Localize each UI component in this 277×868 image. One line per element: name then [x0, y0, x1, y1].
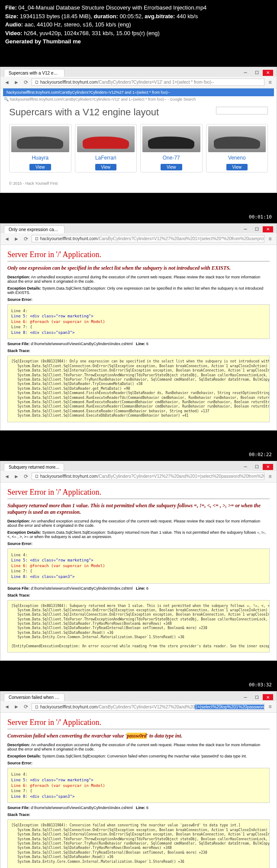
forward-icon[interactable]: ►	[13, 703, 20, 711]
source-code: Line 4: Line 5: <div class="row marketin…	[7, 768, 270, 803]
close-icon[interactable]: ✕	[263, 70, 273, 76]
car-grid: Huayra View LaFerrari View One-77 View V…	[9, 124, 268, 173]
car-image	[77, 126, 135, 152]
search-suggestion[interactable]: 🔍 hackyourselffirst.troyhunt.com/CarsByC…	[0, 96, 277, 102]
car-card: Veneno View	[206, 124, 268, 173]
maximize-icon[interactable]: ☐	[251, 70, 262, 76]
car-card: LaFerrari View	[75, 124, 137, 173]
back-icon[interactable]: ◄	[3, 78, 11, 86]
window-controls: ─ ☐ ✕	[240, 70, 273, 76]
car-card: One-77 View	[140, 124, 203, 173]
view-button[interactable]: View	[29, 164, 51, 170]
video-metadata: File: 04_04-Manual Database Structure Di…	[0, 0, 277, 49]
url-input[interactable]: 🗋 hackyourselffirst.troyhunt.com/CarsByC…	[32, 473, 264, 480]
car-card: Huayra View	[9, 124, 71, 173]
url-input[interactable]: 🗋 hackyourselffirst.troyhunt.com/CarsByC…	[32, 78, 264, 86]
stack-trace: [SqlException (0x80131904): Subquery ret…	[7, 600, 270, 653]
source-code: Line 4: Line 5: <div class="row marketin…	[7, 304, 270, 339]
browser-frame-2: Only one expression can... ─☐✕ ◄►⟳ 🗋 hac…	[0, 223, 277, 431]
minimize-icon[interactable]: ─	[240, 464, 251, 470]
reload-icon[interactable]: ⟳	[22, 473, 30, 480]
error-subtitle: Conversion failed when converting the nv…	[7, 733, 270, 739]
car-name: One-77	[142, 155, 200, 161]
url-suggestion[interactable]: hackyourselffirst.troyhunt.com/CarsByCyl…	[3, 88, 274, 96]
browser-frame-3: Subquery returned more... ─☐✕ ◄►⟳ 🗋 hack…	[0, 461, 277, 661]
minimize-icon[interactable]: ─	[240, 226, 251, 232]
browser-frame-4: Conversion failed when c... ─☐✕ ◄►⟳ 🗋 ha…	[0, 691, 277, 868]
timestamp: 00:03:32	[249, 682, 272, 688]
error-title: Server Error in '/' Application.	[7, 718, 270, 729]
browser-tab[interactable]: Only one expression can...	[4, 225, 64, 233]
back-icon[interactable]: ◄	[3, 703, 11, 711]
error-page: Server Error in '/' Application. Subquer…	[0, 483, 277, 661]
tab-bar: Supercars with a V12 eng... ─ ☐ ✕	[0, 67, 277, 77]
page-footer: © 2015 - Hack Yourself First	[9, 181, 268, 186]
browser-tab[interactable]: Supercars with a V12 eng...	[4, 69, 64, 77]
minimize-icon[interactable]: ─	[240, 694, 251, 700]
reload-icon[interactable]: ⟳	[22, 703, 30, 711]
car-name: Huayra	[11, 155, 69, 161]
car-image	[208, 126, 266, 152]
car-name: LaFerrari	[77, 155, 135, 161]
view-button[interactable]: View	[226, 164, 248, 170]
maximize-icon[interactable]: ☐	[251, 226, 262, 232]
url-input[interactable]: 🗋 hackyourselffirst.troyhunt.com/CarsByC…	[32, 703, 264, 711]
address-bar: ◄ ► ⟳ 🗋 hackyourselffirst.troyhunt.com/C…	[0, 77, 277, 88]
browser-tab[interactable]: Subquery returned more...	[4, 463, 64, 471]
forward-icon[interactable]: ►	[13, 473, 20, 480]
maximize-icon[interactable]: ☐	[251, 694, 262, 700]
source-code: Line 4: Line 5: <div class="row marketin…	[7, 548, 270, 584]
browser-tab[interactable]: Conversion failed when c...	[4, 693, 64, 701]
back-icon[interactable]: ◄	[3, 235, 11, 243]
minimize-icon[interactable]: ─	[240, 70, 251, 76]
forward-icon[interactable]: ►	[13, 235, 20, 243]
error-subtitle: Subquery returned more than 1 value. Thi…	[7, 503, 270, 516]
error-page: Server Error in '/' Application. Only on…	[0, 245, 277, 430]
timestamp: 00:01:10	[249, 214, 272, 220]
url-input[interactable]: 🗋 hackyourselffirst.troyhunt.com/CarsByC…	[32, 235, 264, 242]
browser-frame-1: Supercars with a V12 eng... ─ ☐ ✕ ◄ ► ⟳ …	[0, 67, 277, 193]
stack-trace: [SqlException (0x80131904): Only one exp…	[7, 356, 270, 422]
stack-trace: [SqlException (0x80131904): Conversion f…	[7, 819, 270, 868]
error-title: Server Error in '/' Application.	[7, 250, 270, 261]
close-icon[interactable]: ✕	[263, 694, 273, 700]
close-icon[interactable]: ✕	[263, 226, 273, 232]
error-subtitle: Only one expression can be specified in …	[7, 265, 270, 271]
page-content: Supercars with a V12 engine layout Huayr…	[0, 102, 277, 193]
menu-icon[interactable]: ≡	[266, 78, 274, 86]
car-name: Veneno	[208, 155, 266, 161]
menu-icon[interactable]: ≡	[266, 473, 274, 480]
error-title: Server Error in '/' Application.	[7, 488, 270, 499]
forward-icon[interactable]: ►	[13, 78, 20, 86]
timestamp: 00:02:22	[249, 452, 272, 457]
back-icon[interactable]: ◄	[3, 473, 11, 480]
reload-icon[interactable]: ⟳	[22, 235, 30, 243]
error-page: Server Error in '/' Application. Convers…	[0, 713, 277, 868]
maximize-icon[interactable]: ☐	[251, 464, 262, 470]
view-button[interactable]: View	[95, 164, 117, 170]
menu-icon[interactable]: ≡	[266, 235, 274, 243]
menu-icon[interactable]: ≡	[266, 703, 274, 711]
view-button[interactable]: View	[161, 164, 182, 170]
car-image	[11, 126, 69, 152]
reload-icon[interactable]: ⟳	[22, 78, 30, 86]
search-input[interactable]	[216, 107, 268, 114]
close-icon[interactable]: ✕	[263, 464, 273, 470]
car-image	[142, 126, 200, 152]
